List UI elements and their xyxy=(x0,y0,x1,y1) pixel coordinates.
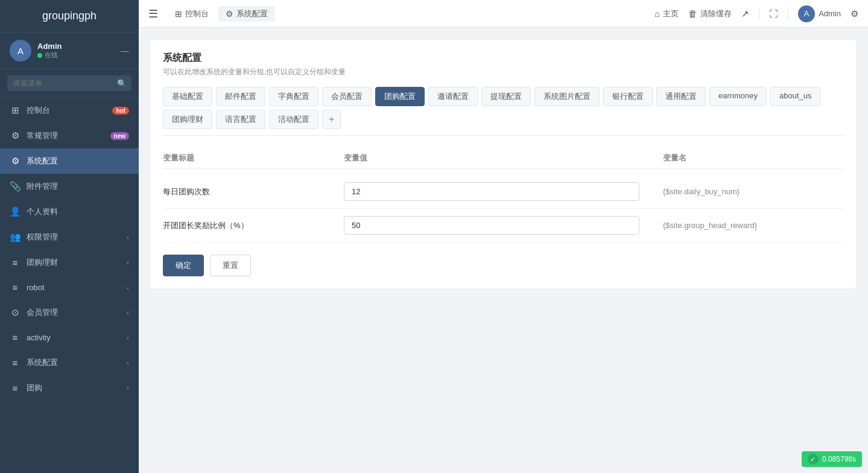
table-header: 变量标题 变量值 变量名 xyxy=(163,148,844,169)
home-action[interactable]: ⌂ 主页 xyxy=(654,8,679,19)
tab-add-button[interactable]: + xyxy=(322,110,341,129)
group-head-reward-input[interactable] xyxy=(344,216,639,235)
sys-config2-icon: ≡ xyxy=(10,358,21,368)
tab-activity[interactable]: 活动配置 xyxy=(269,110,318,129)
sidebar-item-profile[interactable]: 👤 个人资料 xyxy=(0,199,139,224)
sidebar-item-label: 系统配置 xyxy=(27,357,121,368)
avatar: A xyxy=(10,40,31,62)
status-dot-icon xyxy=(37,53,42,58)
sidebar-item-label: 个人资料 xyxy=(27,206,129,217)
row-value-2 xyxy=(344,216,663,235)
topbar-user[interactable]: A Admin xyxy=(798,5,841,22)
sidebar-item-label: 权限管理 xyxy=(27,232,121,243)
new-badge: new xyxy=(110,132,129,140)
tab-group-finance[interactable]: 团购理财 xyxy=(163,110,212,129)
daily-buy-num-input[interactable] xyxy=(344,182,639,201)
header-name: 变量名 xyxy=(663,153,844,163)
sidebar-item-permissions[interactable]: 👥 权限管理 ‹ xyxy=(0,224,139,250)
chevron-left-icon: ‹ xyxy=(127,384,129,392)
page-title: 系统配置 xyxy=(163,52,844,65)
main-area: ☰ ⊞ 控制台 ⚙ 系统配置 ⌂ 主页 🗑 清除缓存 ↗ xyxy=(139,0,868,473)
tab-email[interactable]: 邮件配置 xyxy=(216,87,265,106)
tab-withdraw[interactable]: 提现配置 xyxy=(481,87,531,106)
sidebar-item-dashboard[interactable]: ⊞ 控制台 hot xyxy=(0,98,139,123)
sidebar-item-label: 团购 xyxy=(27,383,121,393)
tab-invite[interactable]: 邀请配置 xyxy=(428,87,478,106)
sidebar: groupingph A Admin 在线 — 🔍 ⊞ 控制台 hot ⚙ 常规… xyxy=(0,0,139,473)
attachment-icon: 📎 xyxy=(10,181,21,192)
row-label-2: 开团团长奖励比例（%） xyxy=(163,220,344,231)
hot-badge: hot xyxy=(112,107,129,115)
profile-icon: 👤 xyxy=(10,206,21,217)
tab-earnmoney[interactable]: earnmoney xyxy=(709,87,767,106)
general-icon: ⚙ xyxy=(10,130,21,141)
sidebar-item-sys-config2[interactable]: ≡ 系统配置 ‹ xyxy=(0,350,139,375)
performance-time: 0.085798s xyxy=(822,455,856,463)
gear-nav-icon: ⚙ xyxy=(226,9,233,19)
topbar-nav-dashboard[interactable]: ⊞ 控制台 xyxy=(168,6,216,22)
user-status: 在线 xyxy=(37,51,115,60)
tab-lang[interactable]: 语言配置 xyxy=(216,110,265,129)
search-icon: 🔍 xyxy=(117,79,127,88)
reset-button[interactable]: 重置 xyxy=(210,255,251,276)
member-icon: ⊙ xyxy=(10,307,21,318)
action3-btn[interactable]: ↗ xyxy=(741,8,749,19)
tab-bank[interactable]: 银行配置 xyxy=(603,87,653,106)
share-icon: ↗ xyxy=(741,8,749,19)
sidebar-item-robot[interactable]: ≡ robot ‹ xyxy=(0,275,139,300)
user-panel: A Admin 在线 — xyxy=(0,33,139,69)
sidebar-item-general[interactable]: ⚙ 常规管理 new xyxy=(0,123,139,148)
table-row: 每日团购次数 {$site.daily_buy_num} xyxy=(163,175,844,209)
system-config-icon: ⚙ xyxy=(10,156,21,167)
confirm-button[interactable]: 确定 xyxy=(163,255,204,276)
permissions-icon: 👥 xyxy=(10,232,21,243)
sidebar-item-system-config[interactable]: ⚙ 系统配置 xyxy=(0,148,139,174)
search-input[interactable] xyxy=(7,75,131,91)
sidebar-item-label: robot xyxy=(27,283,121,292)
chevron-left-icon: ‹ xyxy=(127,284,129,291)
table-row: 开团团长奖励比例（%） {$site.group_head_reward} xyxy=(163,209,844,243)
config-tabs: 基础配置 邮件配置 字典配置 会员配置 团购配置 邀请配置 提现配置 系统图片配… xyxy=(163,87,844,136)
tab-group-buy[interactable]: 团购配置 xyxy=(375,87,425,106)
sidebar-item-attachment[interactable]: 📎 附件管理 xyxy=(0,174,139,199)
tab-about-us[interactable]: about_us xyxy=(770,87,821,106)
sidebar-item-group-buy[interactable]: ≡ 团购 ‹ xyxy=(0,375,139,401)
header-label: 变量标题 xyxy=(163,153,344,163)
sidebar-item-group-finance[interactable]: ≡ 团购理财 ‹ xyxy=(0,250,139,275)
row-label-1: 每日团购次数 xyxy=(163,186,344,197)
clear-cache-action[interactable]: 🗑 清除缓存 xyxy=(688,8,732,19)
fullscreen-action[interactable]: ⛶ xyxy=(769,8,778,19)
menu-toggle-icon[interactable]: ☰ xyxy=(148,7,158,21)
topbar-actions: ⌂ 主页 🗑 清除缓存 ↗ ⛶ A Admin ⚙ xyxy=(654,5,858,22)
content-card: 系统配置 可以在此增改系统的变量和分组,也可以自定义分组和变量 基础配置 邮件配… xyxy=(151,40,856,288)
group-finance-icon: ≡ xyxy=(10,258,21,268)
topbar-avatar: A xyxy=(798,5,815,22)
sidebar-item-label: activity xyxy=(27,333,121,342)
badge-check-icon: ✓ xyxy=(808,454,819,465)
settings-action[interactable]: ⚙ xyxy=(851,8,858,19)
chevron-left-icon: ‹ xyxy=(127,359,129,366)
user-minus-icon: — xyxy=(121,46,129,56)
tab-basic[interactable]: 基础配置 xyxy=(163,87,212,106)
sidebar-item-member[interactable]: ⊙ 会员管理 ‹ xyxy=(0,300,139,325)
page-description: 可以在此增改系统的变量和分组,也可以自定义分组和变量 xyxy=(163,67,844,77)
tab-sys-img[interactable]: 系统图片配置 xyxy=(534,87,600,106)
home-nav-icon: ⊞ xyxy=(175,9,182,19)
row-name-2: {$site.group_head_reward} xyxy=(663,221,844,230)
sidebar-menu: ⊞ 控制台 hot ⚙ 常规管理 new ⚙ 系统配置 📎 附件管理 👤 个人资… xyxy=(0,98,139,473)
app-logo: groupingph xyxy=(0,0,139,33)
tab-dict[interactable]: 字典配置 xyxy=(269,87,318,106)
row-name-1: {$site.daily_buy_num} xyxy=(663,187,844,196)
group-buy-icon: ≡ xyxy=(10,383,21,393)
sidebar-item-activity[interactable]: ≡ activity ‹ xyxy=(0,325,139,350)
tab-general[interactable]: 通用配置 xyxy=(656,87,706,106)
tab-member[interactable]: 会员配置 xyxy=(322,87,372,106)
topbar-nav-system-config[interactable]: ⚙ 系统配置 xyxy=(218,6,275,22)
topbar-divider xyxy=(759,8,759,20)
config-table: 变量标题 变量值 变量名 每日团购次数 {$site.daily_buy_num… xyxy=(163,148,844,243)
topbar-divider2 xyxy=(788,8,788,20)
chevron-left-icon: ‹ xyxy=(127,334,129,341)
performance-badge: ✓ 0.085798s xyxy=(802,451,862,467)
action-buttons: 确定 重置 xyxy=(163,255,844,276)
chevron-left-icon: ‹ xyxy=(127,309,129,316)
